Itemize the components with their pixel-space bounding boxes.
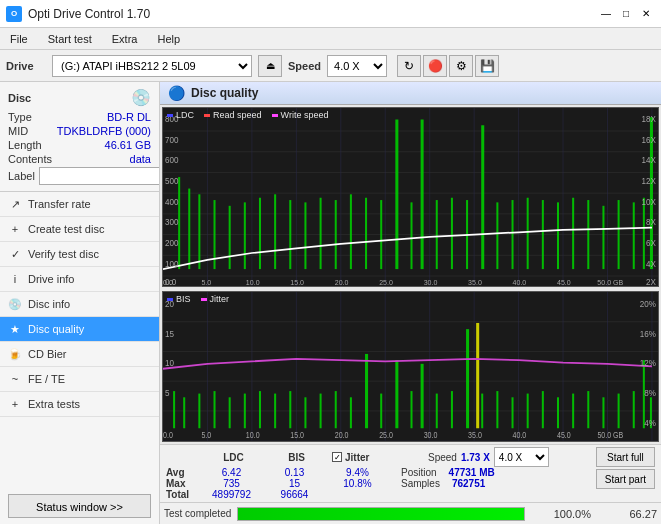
svg-rect-34 [380,200,382,269]
create-test-icon: + [8,222,22,236]
window-controls: — □ ✕ [597,5,655,23]
jitter-checkbox[interactable]: ✓ [332,452,342,462]
nav-item-verify-test[interactable]: ✓Verify test disc [0,242,159,267]
refresh-button[interactable]: ↻ [397,55,421,77]
svg-rect-44 [527,198,529,269]
nav-item-transfer-rate[interactable]: ↗Transfer rate [0,192,159,217]
bottom-chart: BIS Jitter [162,291,659,442]
svg-rect-121 [496,391,498,428]
top-chart: LDC Read speed Write speed [162,107,659,287]
legend-write-speed: Write speed [272,110,329,120]
svg-text:15.0: 15.0 [290,431,304,441]
disc-info-icon: 💿 [8,297,22,311]
max-ldc: 735 [204,478,259,489]
settings-button[interactable]: ⚙ [449,55,473,77]
svg-rect-33 [365,198,367,269]
svg-rect-28 [289,200,291,269]
nav-item-extra-tests[interactable]: +Extra tests [0,392,159,417]
disc-mid-value: TDKBLDRFB (000) [57,125,151,137]
nav-item-disc-quality[interactable]: ★Disc quality [0,317,159,342]
action-buttons: Start full Start part [596,447,655,489]
svg-rect-102 [214,391,216,428]
disc-type-value: BD-R DL [107,111,151,123]
svg-rect-21 [188,189,190,270]
burn-button[interactable]: 🔴 [423,55,447,77]
status-window-button[interactable]: Status window >> [8,494,151,518]
svg-text:30.0: 30.0 [424,431,438,441]
svg-text:16%: 16% [640,328,656,339]
cd-bier-icon: 🍺 [8,347,22,361]
samples-value: 762751 [452,478,485,489]
position-label: Position [401,467,437,478]
stats-header-jitter: Jitter [345,452,369,463]
samples-label: Samples [401,478,440,489]
svg-text:40.0: 40.0 [513,278,527,287]
svg-text:15.0: 15.0 [290,278,304,287]
disc-label-row: Label 🔍 [8,167,151,185]
svg-rect-39 [451,198,453,269]
titlebar-left: O Opti Drive Control 1.70 [6,6,150,22]
svg-rect-38 [436,200,438,269]
svg-rect-47 [572,198,574,269]
svg-rect-103 [229,398,231,429]
svg-rect-29 [304,202,306,269]
nav-item-create-test[interactable]: +Create test disc [0,217,159,242]
start-full-button[interactable]: Start full [596,447,655,467]
progress-value: 66.27 [597,508,657,520]
stats-speed-select[interactable]: 4.0 X [494,447,549,467]
svg-rect-118 [451,391,453,428]
svg-rect-116 [421,364,424,428]
max-jitter: 10.8% [330,478,385,489]
svg-rect-52 [643,198,645,269]
svg-rect-108 [304,398,306,429]
close-button[interactable]: ✕ [637,5,655,23]
minimize-button[interactable]: — [597,5,615,23]
svg-text:10.0: 10.0 [246,431,260,441]
disc-quality-title: Disc quality [191,86,258,100]
svg-rect-130 [633,391,635,428]
start-part-button[interactable]: Start part [596,469,655,489]
disc-contents-field: Contents data [8,153,151,165]
svg-text:16X: 16X [642,134,657,145]
main-area: Disc 💿 Type BD-R DL MID TDKBLDRFB (000) … [0,82,661,524]
save-button[interactable]: 💾 [475,55,499,77]
svg-rect-106 [274,394,276,429]
disc-label-label: Label [8,170,35,182]
disc-label-input[interactable] [39,167,160,185]
disc-panel-header: Disc 💿 [8,88,151,107]
speed-select[interactable]: 4.0 X [327,55,387,77]
legend-bis: BIS [167,294,191,304]
svg-rect-46 [557,202,559,269]
svg-text:25.0: 25.0 [379,278,393,287]
menubar-item-file[interactable]: File [6,31,32,47]
menubar-item-help[interactable]: Help [153,31,184,47]
svg-rect-25 [244,202,246,269]
maximize-button[interactable]: □ [617,5,635,23]
nav-item-cd-bier[interactable]: 🍺CD Bier [0,342,159,367]
svg-rect-119 [466,330,469,429]
eject-button[interactable]: ⏏ [258,55,282,77]
svg-text:600: 600 [165,155,179,166]
progress-percent: 100.0% [531,508,591,520]
titlebar: O Opti Drive Control 1.70 — □ ✕ [0,0,661,28]
svg-rect-120 [481,394,483,429]
menubar-item-start-test[interactable]: Start test [44,31,96,47]
app-icon: O [6,6,22,22]
disc-icon: 💿 [131,88,151,107]
nav-item-fe-te[interactable]: ~FE / TE [0,367,159,392]
avg-ldc: 6.42 [204,467,259,478]
disc-panel: Disc 💿 Type BD-R DL MID TDKBLDRFB (000) … [0,82,159,192]
top-chart-legend: LDC Read speed Write speed [167,110,328,120]
total-ldc: 4899792 [204,489,259,500]
drive-select[interactable]: (G:) ATAPI iHBS212 2 5L09 [52,55,252,77]
stats-area: LDC BIS ✓ Jitter Speed 1.73 X 4.0 X [160,444,661,502]
svg-rect-101 [198,394,200,429]
speed-label: Speed [428,452,457,463]
bottom-chart-legend: BIS Jitter [167,294,229,304]
nav-item-disc-info[interactable]: 💿Disc info [0,292,159,317]
nav-item-drive-info[interactable]: iDrive info [0,267,159,292]
total-label: Total [166,489,196,500]
menubar-item-extra[interactable]: Extra [108,31,142,47]
disc-quality-icon: 🔵 [168,85,185,101]
svg-text:10: 10 [165,358,174,369]
